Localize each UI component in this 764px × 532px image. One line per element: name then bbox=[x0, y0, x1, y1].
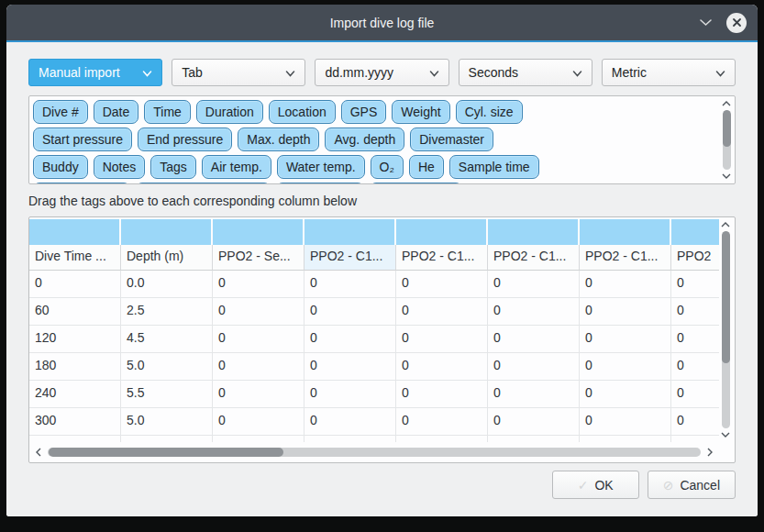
column-drop-target[interactable] bbox=[304, 219, 396, 245]
table-cell[interactable]: 0 bbox=[488, 326, 580, 353]
dropdown-metric[interactable]: Metric bbox=[602, 59, 736, 86]
table-cell[interactable]: 0 bbox=[396, 381, 488, 408]
scroll-down-icon[interactable] bbox=[721, 172, 732, 181]
tag-sample-temperature[interactable]: Sample temperature bbox=[136, 183, 271, 184]
column-header[interactable]: PPO2 - C1... bbox=[488, 245, 580, 271]
tag-cyl-size[interactable]: Cyl. size bbox=[456, 100, 523, 124]
table-cell[interactable]: 0 bbox=[396, 271, 488, 298]
table-cell[interactable]: 0 bbox=[671, 353, 719, 381]
column-drop-target[interactable] bbox=[396, 219, 488, 245]
dropdown-manual-import[interactable]: Manual import bbox=[28, 59, 162, 86]
tag-gps[interactable]: GPS bbox=[341, 100, 387, 124]
column-header[interactable]: PPO2 bbox=[671, 245, 719, 271]
table-cell[interactable]: 0 bbox=[488, 298, 580, 326]
column-header[interactable]: PPO2 - C1... bbox=[580, 245, 671, 271]
tag-o[interactable]: O₂ bbox=[371, 155, 404, 179]
table-cell[interactable]: 0 bbox=[213, 353, 304, 381]
tags-scrollbar-track[interactable] bbox=[723, 110, 731, 170]
tags-scrollbar[interactable] bbox=[720, 99, 733, 181]
scroll-right-icon[interactable] bbox=[704, 448, 715, 457]
table-cell[interactable]: 0 bbox=[304, 326, 396, 353]
table-cell[interactable]: 0 bbox=[396, 298, 488, 326]
ok-button[interactable]: ✓ OK bbox=[552, 471, 639, 499]
column-header[interactable]: PPO2 - C1... bbox=[304, 245, 396, 271]
column-drop-target[interactable] bbox=[580, 219, 671, 245]
table-cell[interactable]: 0 bbox=[580, 298, 671, 326]
column-drop-target[interactable] bbox=[488, 219, 580, 245]
table-cell[interactable]: 0 bbox=[213, 298, 304, 326]
dropdown-tab[interactable]: Tab bbox=[172, 59, 305, 86]
column-drop-target[interactable] bbox=[671, 219, 719, 245]
tag-notes[interactable]: Notes bbox=[94, 155, 146, 179]
table-cell[interactable]: 0 bbox=[580, 353, 671, 381]
cancel-button[interactable]: ⊘ Cancel bbox=[648, 471, 736, 499]
tag-buddy[interactable]: Buddy bbox=[33, 155, 88, 179]
dropdown-seconds[interactable]: Seconds bbox=[459, 59, 592, 86]
table-cell[interactable]: 0 bbox=[488, 353, 580, 381]
table-cell[interactable]: 0 bbox=[29, 271, 121, 298]
table-cell[interactable]: 5.0 bbox=[121, 353, 213, 381]
table-vscrollbar-track[interactable] bbox=[722, 231, 730, 428]
table-cell[interactable]: 0 bbox=[580, 408, 671, 436]
table-cell[interactable]: 300 bbox=[29, 408, 121, 436]
tag-water-temp[interactable]: Water temp. bbox=[277, 155, 365, 179]
table-cell[interactable]: 0 bbox=[213, 381, 304, 408]
tags-scrollbar-thumb[interactable] bbox=[723, 110, 731, 147]
table-cell[interactable]: 180 bbox=[29, 353, 121, 381]
table-cell[interactable]: 240 bbox=[29, 381, 121, 408]
table-cell[interactable]: 0 bbox=[304, 353, 396, 381]
tag-max-depth[interactable]: Max. depth bbox=[238, 127, 319, 151]
tag-divemaster[interactable]: Divemaster bbox=[410, 127, 493, 151]
table-cell[interactable]: 0 bbox=[396, 353, 488, 381]
table-cell[interactable]: 0 bbox=[580, 271, 671, 298]
table-cell[interactable]: 5.5 bbox=[121, 381, 213, 408]
column-header[interactable]: PPO2 - C1... bbox=[396, 245, 488, 271]
scroll-down-icon[interactable] bbox=[720, 430, 731, 439]
scroll-up-icon[interactable] bbox=[720, 220, 731, 229]
column-header[interactable]: PPO2 - Se... bbox=[213, 245, 304, 271]
tag-location[interactable]: Location bbox=[269, 100, 336, 124]
tag-he[interactable]: He bbox=[409, 155, 444, 179]
column-drop-target[interactable] bbox=[29, 219, 121, 245]
table-cell[interactable]: 0 bbox=[396, 408, 488, 436]
table-cell[interactable]: 60 bbox=[29, 298, 121, 326]
table-cell[interactable]: 0 bbox=[213, 408, 304, 436]
table-cell[interactable]: 0 bbox=[304, 298, 396, 326]
tag-sample-cns[interactable]: Sample CNS bbox=[370, 183, 462, 184]
table-cell[interactable]: 0 bbox=[671, 271, 719, 298]
column-header[interactable]: Dive Time ... bbox=[29, 245, 121, 271]
table-cell[interactable]: 0 bbox=[213, 326, 304, 353]
table-cell[interactable]: 0.0 bbox=[121, 271, 213, 298]
table-cell[interactable]: 0 bbox=[488, 381, 580, 408]
dropdown-dd-mm-yyyy[interactable]: dd.mm.yyyy bbox=[315, 59, 448, 86]
table-cell[interactable]: 0 bbox=[396, 326, 488, 353]
table-cell[interactable]: 0 bbox=[304, 271, 396, 298]
table-cell[interactable]: 0 bbox=[580, 326, 671, 353]
tag-time[interactable]: Time bbox=[144, 100, 191, 124]
tag-sample-time[interactable]: Sample time bbox=[449, 155, 539, 179]
table-cell[interactable]: 0 bbox=[213, 271, 304, 298]
tag-start-pressure[interactable]: Start pressure bbox=[33, 127, 132, 151]
table-vscrollbar[interactable] bbox=[719, 217, 732, 442]
tag-duration[interactable]: Duration bbox=[196, 100, 263, 124]
column-drop-target[interactable] bbox=[213, 219, 304, 245]
tag-sample-po[interactable]: Sample pO₂ bbox=[276, 183, 363, 184]
table-cell[interactable]: 2.5 bbox=[121, 298, 213, 326]
table-cell[interactable]: 0 bbox=[580, 381, 671, 408]
table-cell[interactable]: 0 bbox=[488, 271, 580, 298]
shade-chevron-icon[interactable] bbox=[699, 17, 714, 28]
tag-avg-depth[interactable]: Avg. depth bbox=[325, 127, 404, 151]
table-vscrollbar-thumb[interactable] bbox=[722, 231, 730, 363]
tag-date[interactable]: Date bbox=[94, 100, 139, 124]
table-cell[interactable]: 0 bbox=[304, 381, 396, 408]
titlebar[interactable]: Import dive log file bbox=[6, 5, 758, 40]
tag-dive[interactable]: Dive # bbox=[33, 100, 88, 124]
table-hscrollbar-track[interactable] bbox=[48, 448, 701, 457]
tag-end-pressure[interactable]: End pressure bbox=[138, 127, 232, 151]
table-cell[interactable]: 0 bbox=[671, 381, 719, 408]
table-cell[interactable]: 0 bbox=[488, 408, 580, 436]
table-cell[interactable]: 120 bbox=[29, 326, 121, 353]
column-header[interactable]: Depth (m) bbox=[121, 245, 213, 271]
table-hscrollbar-thumb[interactable] bbox=[49, 448, 283, 457]
scroll-left-icon[interactable] bbox=[33, 448, 44, 457]
